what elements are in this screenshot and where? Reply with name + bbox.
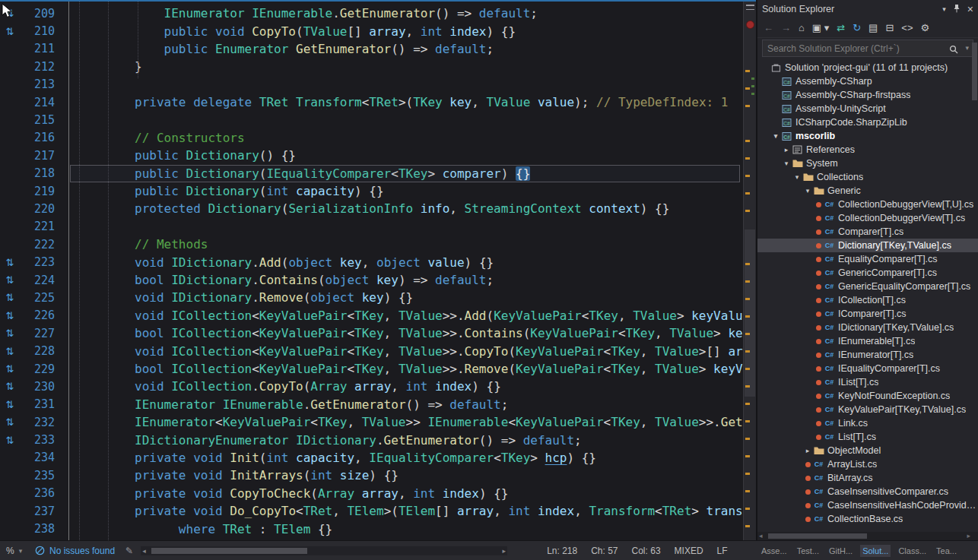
tool-window-tab-tea[interactable]: Tea...	[934, 545, 959, 557]
implements-arrows-icon[interactable]: ⇅	[0, 8, 20, 18]
tree-item-list-t-cs[interactable]: C#List[T].cs	[757, 430, 978, 444]
tree-vertical-scrollbar-thumb[interactable]	[972, 43, 977, 100]
code-line[interactable]: 221	[0, 218, 743, 236]
tree-item-equalitycomparer-t-cs[interactable]: C#EqualityComparer[T].cs	[757, 252, 978, 266]
code-line[interactable]: ⇅225 void IDictionary.Remove(object key)…	[0, 289, 743, 306]
tree-item-keyvaluepair-tkey-tvalue-cs[interactable]: C#KeyValuePair[TKey,TValue].cs	[757, 403, 978, 416]
tree-item-system[interactable]: ▾System	[757, 157, 978, 170]
tree-item-arraylist-cs[interactable]: C#ArrayList.cs	[757, 457, 978, 471]
tool-window-tab-class[interactable]: Class...	[896, 545, 929, 557]
scroll-left-icon[interactable]: ◂	[142, 546, 146, 555]
tree-item-references[interactable]: ▸References	[757, 143, 978, 157]
editor-horizontal-scrollbar[interactable]: ◂ ▸	[141, 546, 507, 555]
show-all-files-icon[interactable]: ▤	[868, 23, 878, 33]
tree-item-caseinsensitivecomparer-cs[interactable]: C#CaseInsensitiveComparer.cs	[757, 485, 978, 498]
implements-arrows-icon[interactable]: ⇅	[0, 364, 20, 374]
code-line[interactable]: ⇅230 void ICollection.CopyTo(Array array…	[0, 378, 743, 395]
tree-item-idictionary-tkey-tvalue-cs[interactable]: C#IDictionary[TKey,TValue].cs	[757, 321, 978, 334]
tree-item-genericequalitycomparer-t-cs[interactable]: C#GenericEqualityComparer[T].cs	[757, 280, 978, 293]
search-input[interactable]	[762, 40, 973, 57]
tree-item-icomparer-t-cs[interactable]: C#IComparer[T].cs	[757, 307, 978, 321]
tree-item-generic[interactable]: ▾Generic	[757, 184, 978, 198]
tree-item-icollection-t-cs[interactable]: C#ICollection[T].cs	[757, 293, 978, 307]
code-line[interactable]: 212 }	[0, 58, 743, 75]
code-line[interactable]: ⇅228 void ICollection<KeyValuePair<TKey,…	[0, 342, 743, 359]
search-icon[interactable]	[949, 43, 958, 57]
tree-item-ilist-t-cs[interactable]: C#IList[T].cs	[757, 375, 978, 389]
tree-item-icsharpcode-sharpziplib[interactable]: C#ICSharpCode.SharpZipLib	[757, 115, 978, 129]
collapse-all-icon[interactable]: ⊟	[885, 23, 894, 33]
code-line[interactable]: 215	[0, 111, 743, 128]
tool-window-tab-test[interactable]: Test...	[795, 545, 821, 557]
code-line[interactable]: 237 private void Do_CopyTo<TRet, TElem>(…	[0, 502, 743, 520]
tree-item-collectiondebuggerview-t-cs[interactable]: C#CollectionDebuggerView[T].cs	[757, 211, 978, 225]
tree-item-assembly-unityscript[interactable]: C#Assembly-UnityScript	[757, 102, 978, 115]
chevron-expanded-icon[interactable]: ▾	[771, 132, 780, 140]
view-code-icon[interactable]: <>	[901, 23, 913, 33]
code-line[interactable]: 214 private delegate TRet Transform<TRet…	[0, 93, 743, 111]
implements-arrows-icon[interactable]: ⇅	[0, 27, 20, 36]
tree-item-bitarray-cs[interactable]: C#BitArray.cs	[757, 471, 978, 485]
tree-item-caseinsensitivehashcodeprovider-cs[interactable]: C#CaseInsensitiveHashCodeProvider.cs	[757, 498, 978, 512]
implements-arrows-icon[interactable]: ⇅	[0, 400, 20, 410]
tree-item-collections[interactable]: ▾Collections	[757, 170, 978, 184]
tree-item-assembly-csharp[interactable]: C#Assembly-CSharp	[757, 74, 978, 88]
code-line[interactable]: ⇅223 void IDictionary.Add(object key, ob…	[0, 253, 743, 271]
code-line[interactable]: 234 private void Init(int capacity, IEqu…	[0, 449, 743, 467]
code-line[interactable]: 216 // Constructors	[0, 129, 743, 147]
code-line[interactable]: 211 public Enumerator GetEnumerator() =>…	[0, 40, 743, 58]
vertical-scrollbar-thumb[interactable]	[745, 229, 755, 397]
chevron-collapsed-icon[interactable]: ▸	[782, 146, 791, 153]
sync-active-document-icon[interactable]: ⇄	[837, 23, 845, 33]
code-line[interactable]: 220 protected Dictionary(SerializationIn…	[0, 200, 743, 217]
close-icon[interactable]: ×	[967, 3, 973, 15]
tree-item-assembly-csharp-firstpass[interactable]: C#Assembly-CSharp-firstpass	[757, 88, 978, 102]
forward-icon[interactable]: →	[781, 23, 791, 33]
tree-item-link-cs[interactable]: C#Link.cs	[757, 416, 978, 430]
tree-item-solution-project-gui-11-of-11-projects-[interactable]: Solution 'project-gui' (11 of 11 project…	[757, 61, 978, 74]
code-line[interactable]: 239 private static KeyValuePair<TKey, TV…	[0, 538, 743, 540]
eol-indicator[interactable]: LF	[717, 546, 728, 556]
code-line[interactable]: 238 where TRet : TElem {}	[0, 520, 743, 537]
tree-item-collectionbase-cs[interactable]: C#CollectionBase.cs	[757, 512, 978, 526]
tool-window-tab-gith[interactable]: GitH...	[827, 545, 855, 557]
tree-item-objectmodel[interactable]: ▸ObjectModel	[757, 444, 978, 457]
code-line[interactable]: ⇅210 public void CopyTo(TValue[] array, …	[0, 22, 743, 40]
tree-horizontal-scrollbar[interactable]: ◂ ▸	[757, 532, 978, 540]
tree-item-iequalitycomparer-t-cs[interactable]: C#IEqualityComparer[T].cs	[757, 362, 978, 375]
tree-item-dictionary-tkey-tvalue-cs[interactable]: C#Dictionary[TKey,TValue].cs	[757, 239, 978, 252]
search-options-chevron-icon[interactable]: ▾	[965, 44, 969, 52]
refresh-icon[interactable]: ↻	[853, 23, 861, 33]
zoom-control[interactable]: % ▾	[3, 546, 35, 556]
code-line[interactable]: 217 public Dictionary() {}	[0, 147, 743, 164]
tree-item-keynotfoundexception-cs[interactable]: C#KeyNotFoundException.cs	[757, 389, 978, 403]
editor-vertical-scrollbar[interactable]	[743, 2, 756, 540]
code-line[interactable]: 218 public Dictionary(IEqualityComparer<…	[0, 165, 743, 182]
implements-arrows-icon[interactable]: ⇅	[0, 258, 20, 267]
implements-arrows-icon[interactable]: ⇅	[0, 435, 20, 445]
implements-arrows-icon[interactable]: ⇅	[0, 293, 20, 302]
chevron-expanded-icon[interactable]: ▾	[792, 173, 802, 181]
home-icon[interactable]: ⌂	[799, 23, 805, 33]
code-line[interactable]: 213	[0, 76, 743, 93]
pin-icon[interactable]	[953, 4, 961, 15]
line-indicator[interactable]: Ln: 218	[547, 546, 577, 556]
implements-arrows-icon[interactable]: ⇅	[0, 328, 20, 338]
tool-window-tab-asse[interactable]: Asse...	[759, 545, 789, 557]
column-indicator[interactable]: Col: 63	[632, 546, 661, 556]
implements-arrows-icon[interactable]: ⇅	[0, 275, 20, 285]
chevron-expanded-icon[interactable]: ▾	[782, 160, 791, 167]
char-indicator[interactable]: Ch: 57	[591, 546, 618, 556]
code-line[interactable]: ⇅233 IDictionaryEnumerator IDictionary.G…	[0, 431, 743, 448]
code-line[interactable]: ⇅232 IEnumerator<KeyValuePair<TKey, TVal…	[0, 413, 743, 431]
code-line[interactable]: ⇅229 bool ICollection<KeyValuePair<TKey,…	[0, 360, 743, 378]
tree-item-comparer-t-cs[interactable]: C#Comparer[T].cs	[757, 225, 978, 239]
code-line[interactable]: ⇅231 IEnumerator IEnumerable.GetEnumerat…	[0, 396, 743, 413]
document-health-error-icon[interactable]	[746, 21, 754, 29]
horizontal-scrollbar-thumb[interactable]	[151, 548, 307, 554]
tree-item-ienumerator-t-cs[interactable]: C#IEnumerator[T].cs	[757, 348, 978, 362]
code-line[interactable]: 219 public Dictionary(int capacity) {}	[0, 182, 743, 200]
code-line[interactable]: 235 private void InitArrays(int size) {}	[0, 467, 743, 484]
chevron-expanded-icon[interactable]: ▾	[803, 187, 812, 195]
implements-arrows-icon[interactable]: ⇅	[0, 346, 20, 356]
